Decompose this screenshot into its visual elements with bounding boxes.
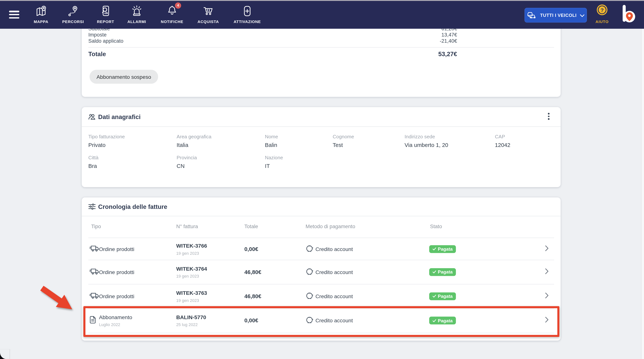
column-header-metodo: Metodo di pagamento <box>306 224 355 230</box>
truck-icon <box>90 292 99 300</box>
vehicles-icon <box>527 10 537 20</box>
invoice-number: WITEK-3766 <box>176 243 207 249</box>
chevron-right-icon[interactable] <box>545 245 549 253</box>
cart-icon <box>190 4 227 17</box>
invoice-number-cell: WITEK-3766 19 gen 2023 <box>176 243 207 255</box>
field-cap: CAP 12042 <box>495 134 510 148</box>
invoice-type: Ordine prodotti <box>99 269 134 275</box>
summary-label: Saldo applicato <box>88 38 123 44</box>
payment-method: Credito account <box>316 269 353 275</box>
status-badge: Pagata <box>429 268 456 276</box>
invoice-number: WITEK-3763 <box>176 290 207 296</box>
invoice-total: 0,00€ <box>244 246 258 252</box>
chevron-right-icon[interactable] <box>545 268 549 276</box>
check-icon <box>432 270 436 274</box>
invoice-type-detail: Luglio 2022 <box>99 322 132 327</box>
invoice-total: 0,00€ <box>244 318 258 324</box>
divider <box>88 333 554 333</box>
personal-data-title: Dati anagrafici <box>98 113 141 120</box>
check-icon <box>432 319 436 322</box>
document-icon <box>90 316 96 325</box>
divider <box>88 47 554 47</box>
top-navbar: MAPPA PERCORSI <box>0 1 644 29</box>
invoice-total: 46,80€ <box>244 269 262 275</box>
chevron-down-icon <box>580 11 584 19</box>
field-provincia: Provincia CN <box>177 155 197 169</box>
piggy-bank-icon <box>306 244 314 253</box>
scrollbar-track[interactable] <box>641 29 644 359</box>
nav-item-percorsi[interactable]: PERCORSI <box>54 4 92 27</box>
invoice-history-title: Cronologia delle fatture <box>98 203 167 210</box>
invoice-number-cell: WITEK-3763 19 gen 2023 <box>176 290 207 303</box>
summary-row: Saldo applicato -21,40€ <box>88 38 457 44</box>
payment-method: Credito account <box>316 318 353 324</box>
app-window: MAPPA PERCORSI <box>0 0 644 359</box>
svg-text:?: ? <box>600 7 604 13</box>
truck-icon <box>90 268 99 276</box>
route-icon <box>54 4 92 17</box>
piggy-bank-icon <box>306 316 314 325</box>
invoice-type: Ordine prodotti <box>99 246 134 252</box>
nav-item-allarmi[interactable]: ALLARMI <box>118 4 156 27</box>
invoice-number: WITEK-3764 <box>176 266 207 272</box>
column-header-numero: N° fattura <box>176 224 198 230</box>
summary-row: Imposte 13,47€ <box>88 32 457 38</box>
invoice-type: Abbonamento <box>99 314 132 320</box>
nav-label: ATTIVAZIONE <box>228 19 266 24</box>
invoice-number-cell: WITEK-3764 19 gen 2023 <box>176 266 207 278</box>
piggy-bank-icon <box>306 292 314 301</box>
chevron-right-icon[interactable] <box>545 317 549 325</box>
chevron-right-icon[interactable] <box>545 292 549 300</box>
people-icon <box>88 114 96 121</box>
column-header-totale: Totale <box>244 224 258 230</box>
brand-logo[interactable] <box>622 4 636 26</box>
invoice-number-cell: BALIN-5770 25 lug 2022 <box>176 314 206 327</box>
field-citta: Città Bra <box>88 155 98 169</box>
field-nome: Nome Balin <box>265 134 278 148</box>
help-button[interactable]: ? AIUTO <box>592 3 612 24</box>
summary-label: Imposte <box>88 32 106 38</box>
nav-label: NOTIFICHE <box>153 19 191 24</box>
field-area-geografica: Area geografica Italia <box>177 134 212 148</box>
invoice-date: 25 lug 2022 <box>176 322 206 327</box>
invoice-date: 19 gen 2023 <box>176 251 207 255</box>
nav-item-acquista[interactable]: ACQUISTA <box>190 4 227 27</box>
field-cognome: Cognome Test <box>333 134 354 148</box>
summary-value: -21,40€ <box>440 38 457 44</box>
invoice-history-card: Cronologia delle fatture Tipo N° fattura… <box>82 197 561 341</box>
all-vehicles-button[interactable]: TUTTI I VEICOLI <box>524 8 587 23</box>
invoice-row[interactable]: Ordine prodotti WITEK-3764 19 gen 2023 4… <box>82 260 561 284</box>
notification-badge: 4 <box>175 2 181 8</box>
nav-item-notifiche[interactable]: 4 NOTIFICHE <box>153 4 191 27</box>
nav-label: ACQUISTA <box>190 19 227 24</box>
status-badge: Pagata <box>429 245 456 253</box>
total-value: 53,27€ <box>438 50 457 57</box>
nav-label: PERCORSI <box>54 19 92 24</box>
payment-method: Credito account <box>316 293 353 299</box>
invoice-type: Ordine prodotti <box>99 293 134 299</box>
truck-icon <box>90 245 99 253</box>
help-label: AIUTO <box>592 19 612 24</box>
personal-data-header: Dati anagrafici <box>82 107 561 127</box>
total-row: Totale 53,27€ <box>88 50 457 58</box>
kebab-menu-icon[interactable] <box>545 113 552 121</box>
activation-icon <box>228 4 266 17</box>
window-top-edge <box>0 0 644 1</box>
status-badge: Pagata <box>429 292 456 300</box>
invoice-row-highlighted[interactable]: Abbonamento Luglio 2022 BALIN-5770 25 lu… <box>82 308 561 333</box>
payment-method: Credito account <box>316 246 353 252</box>
filters-icon <box>88 204 96 212</box>
invoice-row[interactable]: Ordine prodotti WITEK-3763 19 gen 2023 4… <box>82 284 561 308</box>
invoice-number: BALIN-5770 <box>176 314 206 320</box>
invoice-date: 19 gen 2023 <box>176 298 207 303</box>
siren-icon <box>118 4 156 17</box>
check-icon <box>432 247 436 251</box>
personal-data-card: Dati anagrafici Tipo fatturazione Privat… <box>82 107 561 187</box>
invoice-row[interactable]: Ordine prodotti WITEK-3766 19 gen 2023 0… <box>82 238 561 260</box>
window-corner-mask <box>0 349 10 359</box>
nav-item-attivazione[interactable]: ATTIVAZIONE <box>228 4 266 27</box>
subscription-status-chip: Abbonamento sospeso <box>90 70 158 84</box>
menu-icon[interactable] <box>9 11 19 19</box>
bell-icon: 4 <box>153 4 191 17</box>
field-tipo-fatturazione: Tipo fatturazione Privato <box>88 134 125 148</box>
